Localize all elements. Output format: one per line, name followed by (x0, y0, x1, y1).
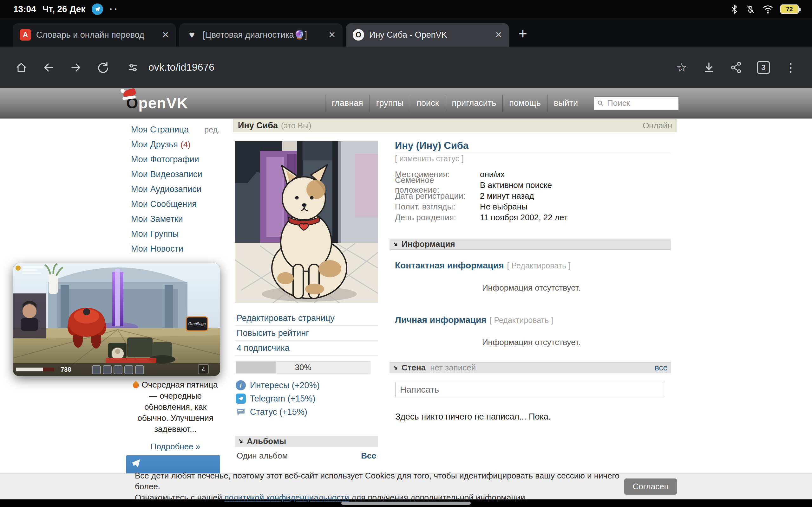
download-icon (702, 60, 716, 74)
banner-plane-icon (131, 458, 141, 468)
section-arrow-icon (393, 365, 398, 371)
tab-dictionary[interactable]: А Словарь и онлайн перевод ✕ (13, 23, 176, 47)
boost-label: Интересы (+20%) (250, 381, 320, 390)
sidebar-link[interactable]: Мои Сообщения (131, 199, 197, 209)
forward-icon (69, 60, 83, 74)
tab-color-diagnostics[interactable]: ♥ [Цветовая диагностика🔮] ✕ (179, 23, 343, 47)
sidebar-link[interactable]: Мои Друзья (131, 140, 178, 150)
kebab-menu-icon: ⋮ (785, 61, 797, 73)
pip-video[interactable]: GranSaga 738 4 (13, 263, 220, 376)
tab-close-icon[interactable]: ✕ (160, 29, 171, 41)
heart-favicon: ♥ (186, 29, 198, 41)
rating-progress-bar: 30% (236, 361, 370, 374)
url-text[interactable]: ovk.to/id19676 (148, 61, 214, 73)
contact-info-header: Контактная информация[ Редактировать ] (395, 261, 571, 271)
sidebar-link[interactable]: Мои Фотографии (131, 155, 199, 164)
logo-letter-o: O (126, 95, 138, 112)
android-screen: 13:04 Чт, 26 Дек ·· 72 (0, 0, 812, 507)
battery-icon: 72 (780, 4, 799, 14)
profile-info-table: Местоимения: они/их Семейное положение: … (395, 169, 568, 223)
sidebar-item-photos[interactable]: Мои Фотографии (131, 152, 220, 167)
boost-status-link[interactable]: Статус (+15%) (236, 405, 320, 418)
wall-post-input[interactable] (395, 382, 664, 397)
info-value: они/их (480, 170, 505, 179)
followers-link[interactable]: 4 подписчика (235, 341, 378, 355)
cookie-line-1: Все дети любят печенье, поэтому этот веб… (135, 470, 624, 492)
sidebar-link[interactable]: Мои Видеозаписи (131, 170, 202, 179)
action-label: 4 подписчика (237, 343, 290, 353)
edit-page-link[interactable]: Редактировать страницу (235, 311, 378, 326)
albums-all-link[interactable]: Все (361, 451, 376, 461)
boost-label: Telegram (+15%) (250, 394, 315, 404)
boost-telegram-link[interactable]: Telegram (+15%) (236, 392, 320, 405)
sidebar-edit-link[interactable]: ред. (204, 125, 220, 134)
nav-logout[interactable]: выйти (547, 95, 584, 112)
sidebar: Моя Страница ред. Мои Друзья (4) Мои Фот… (131, 122, 220, 257)
profile-photo[interactable] (235, 141, 378, 303)
openvk-favicon: O (353, 29, 364, 41)
sidebar-item-audios[interactable]: Мои Аудиозаписи (131, 182, 220, 197)
albums-count-text[interactable]: Один альбом (237, 451, 288, 461)
tab-switcher-button[interactable]: 3 (756, 60, 771, 75)
profile-name: Ину Сиба (238, 121, 278, 130)
share-button[interactable] (728, 60, 744, 75)
back-button[interactable] (41, 60, 56, 75)
boost-interests-link[interactable]: i Интересы (+20%) (236, 379, 320, 392)
forward-button[interactable] (68, 60, 84, 75)
gransaga-badge: GranSaga (186, 317, 208, 331)
tab-close-icon[interactable]: ✕ (493, 29, 504, 41)
reload-button[interactable] (95, 60, 111, 75)
site-search-input[interactable] (607, 98, 675, 108)
menu-button[interactable]: ⋮ (783, 60, 799, 75)
new-tab-button[interactable]: + (519, 25, 527, 42)
nav-invite[interactable]: пригласить (445, 95, 502, 112)
boost-rating-link[interactable]: Повысить рейтинг (235, 326, 378, 341)
cookie-accept-button[interactable]: Согласен (624, 478, 677, 495)
nav-search[interactable]: поиск (410, 95, 445, 112)
nav-main[interactable]: главная (325, 95, 369, 112)
nav-help[interactable]: помощь (502, 95, 547, 112)
privacy-policy-link[interactable]: политикой конфиденциальности (224, 493, 349, 502)
sidebar-item-notes[interactable]: Мои Заметки (131, 212, 220, 227)
notification-dots: ·· (109, 4, 119, 14)
promo-text: Очередная пятница — очередные обновления… (137, 380, 217, 434)
fire-icon (132, 381, 140, 389)
sidebar-link[interactable]: Мои Аудиозаписи (131, 184, 201, 194)
info-label: День рождения: (395, 213, 480, 222)
sidebar-item-friends[interactable]: Мои Друзья (4) (131, 137, 220, 152)
tab-count: 3 (757, 61, 770, 74)
contact-edit-link[interactable]: [ Редактировать ] (507, 261, 571, 270)
sidebar-item-groups[interactable]: Мои Группы (131, 227, 220, 241)
bookmark-button[interactable]: ☆ (674, 60, 690, 75)
sidebar-link[interactable]: Мои Группы (131, 229, 179, 239)
sidebar-link[interactable]: Мои Заметки (131, 214, 183, 224)
wall-all-link[interactable]: все (655, 363, 668, 373)
sidebar-item-news[interactable]: Мои Новости (131, 241, 220, 257)
openvk-logo[interactable]: OpenVK (126, 95, 188, 112)
sidebar-item-videos[interactable]: Мои Видеозаписи (131, 167, 220, 182)
paper-plane-icon (94, 6, 101, 12)
download-button[interactable] (701, 60, 717, 75)
site-search-box[interactable] (594, 96, 679, 110)
sidebar-link[interactable]: Моя Страница (131, 125, 189, 135)
change-status-link[interactable]: [ изменить статус ] (395, 154, 464, 163)
home-button[interactable] (13, 60, 29, 75)
sidebar-item-my-page[interactable]: Моя Страница ред. (131, 122, 220, 137)
omnibox[interactable]: ovk.to/id19676 (125, 60, 662, 75)
sidebar-item-messages[interactable]: Мои Сообщения (131, 197, 220, 212)
cookie-text: Все дети любят печенье, поэтому этот веб… (135, 470, 624, 503)
openvk-header: OpenVK главная группы поиск пригласить п… (0, 88, 812, 118)
personal-edit-link[interactable]: [ Редактировать ] (490, 316, 553, 325)
sidebar-link[interactable]: Мои Новости (131, 244, 183, 254)
hud-slot-number: 4 (202, 366, 205, 373)
site-info-button[interactable] (125, 60, 141, 75)
nav-groups[interactable]: группы (369, 95, 410, 112)
info-row-marital: Семейное положение: В активном поиске (395, 180, 568, 190)
section-arrow-icon (393, 241, 398, 247)
site-nav: главная группы поиск пригласить помощь в… (325, 95, 584, 112)
tab-close-icon[interactable]: ✕ (326, 29, 338, 41)
tab-openvk-active[interactable]: O Ину Сиба - OpenVK ✕ (346, 23, 509, 47)
reload-icon (96, 60, 110, 74)
sidebar-promo: Очередная пятница — очередные обновления… (132, 379, 219, 452)
promo-more-link[interactable]: Подробнее » (132, 441, 219, 452)
